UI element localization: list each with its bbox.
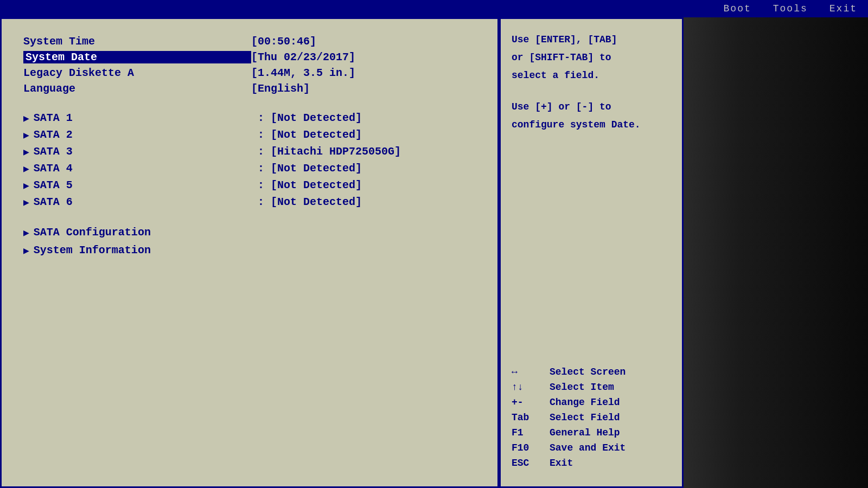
keybind-table: ↔ Select Screen ↑↓ Select Item +- Change… bbox=[512, 367, 671, 473]
key-arrows-ud: ↑↓ bbox=[512, 382, 550, 393]
sata3-arrow: ▶ bbox=[23, 146, 29, 158]
language-row: Language [English] bbox=[23, 82, 476, 95]
sata5-arrow: ▶ bbox=[23, 179, 29, 191]
sata2-label[interactable]: ▶ SATA 2 bbox=[23, 129, 251, 141]
sata-config-item[interactable]: ▶ SATA Configuration bbox=[23, 226, 476, 239]
keybind-general-help: F1 General Help bbox=[512, 427, 671, 438]
system-time-label: System Time bbox=[23, 35, 251, 48]
help-line6: configure system Date. bbox=[512, 118, 671, 132]
keybind-save-exit: F10 Save and Exit bbox=[512, 442, 671, 453]
sata1-value: [Not Detected] bbox=[271, 112, 362, 124]
sata-config-label: SATA Configuration bbox=[34, 226, 151, 239]
keybind-esc: ESC Exit bbox=[512, 458, 671, 468]
sata4-value: [Not Detected] bbox=[271, 162, 362, 175]
system-date-row: System Date [Thu 02/23/2017] bbox=[23, 51, 476, 63]
sata6-value: [Not Detected] bbox=[271, 196, 362, 208]
system-info-item[interactable]: ▶ System Information bbox=[23, 244, 476, 256]
system-date-value[interactable]: [Thu 02/23/2017] bbox=[251, 51, 355, 63]
system-date-label[interactable]: System Date bbox=[23, 51, 251, 63]
sata2-value: [Not Detected] bbox=[271, 129, 362, 141]
system-time-row: System Time [00:50:46] bbox=[23, 35, 476, 48]
help-line5: Use [+] or [-] to bbox=[512, 100, 671, 114]
sata-config-arrow: ▶ bbox=[23, 227, 29, 239]
keybind-change-field: +- Change Field bbox=[512, 397, 671, 408]
key-esc: ESC bbox=[512, 458, 550, 468]
action-select-field: Select Field bbox=[550, 412, 620, 423]
legacy-diskette-row: Legacy Diskette A [1.44M, 3.5 in.] bbox=[23, 67, 476, 79]
bios-area: System Time [00:50:46] System Date [Thu … bbox=[0, 17, 684, 488]
sata3-value: [Hitachi HDP725050G] bbox=[271, 145, 401, 158]
action-select-screen: Select Screen bbox=[550, 367, 626, 377]
keybind-select-field: Tab Select Field bbox=[512, 412, 671, 423]
keybind-select-screen: ↔ Select Screen bbox=[512, 367, 671, 377]
sata6-row: ▶ SATA 6 : [Not Detected] bbox=[23, 196, 476, 208]
sata3-row: ▶ SATA 3 : [Hitachi HDP725050G] bbox=[23, 145, 476, 158]
help-panel: Use [ENTER], [TAB] or [SHIFT-TAB] to sel… bbox=[499, 17, 684, 488]
key-f1: F1 bbox=[512, 427, 550, 438]
sata2-colon: : bbox=[251, 129, 271, 141]
key-f10: F10 bbox=[512, 442, 550, 453]
sata3-colon: : bbox=[251, 145, 271, 158]
sata1-row: ▶ SATA 1 : [Not Detected] bbox=[23, 112, 476, 124]
top-menu-bar: Boot Tools Exit bbox=[0, 0, 868, 17]
sata4-colon: : bbox=[251, 162, 271, 175]
legacy-diskette-value[interactable]: [1.44M, 3.5 in.] bbox=[251, 67, 355, 79]
help-line2: or [SHIFT-TAB] to bbox=[512, 50, 671, 65]
legacy-diskette-label: Legacy Diskette A bbox=[23, 67, 251, 79]
main-panel: System Time [00:50:46] System Date [Thu … bbox=[0, 17, 499, 488]
sata6-arrow: ▶ bbox=[23, 196, 29, 208]
system-time-value[interactable]: [00:50:46] bbox=[251, 35, 316, 48]
language-label: Language bbox=[23, 82, 251, 95]
sata5-colon: : bbox=[251, 179, 271, 191]
sata6-colon: : bbox=[251, 196, 271, 208]
sata4-row: ▶ SATA 4 : [Not Detected] bbox=[23, 162, 476, 175]
menu-exit[interactable]: Exit bbox=[829, 3, 857, 14]
sata1-colon: : bbox=[251, 112, 271, 124]
sata4-label[interactable]: ▶ SATA 4 bbox=[23, 162, 251, 175]
help-line1: Use [ENTER], [TAB] bbox=[512, 33, 671, 47]
sata2-arrow: ▶ bbox=[23, 129, 29, 141]
key-arrows-lr: ↔ bbox=[512, 367, 550, 377]
system-info-label: System Information bbox=[34, 244, 151, 256]
sata3-label[interactable]: ▶ SATA 3 bbox=[23, 145, 251, 158]
sata5-label[interactable]: ▶ SATA 5 bbox=[23, 179, 251, 191]
key-plusminus: +- bbox=[512, 397, 550, 408]
sata5-value: [Not Detected] bbox=[271, 179, 362, 191]
sata1-arrow: ▶ bbox=[23, 112, 29, 124]
action-select-item: Select Item bbox=[550, 382, 614, 393]
menu-tools[interactable]: Tools bbox=[773, 3, 808, 14]
menu-boot[interactable]: Boot bbox=[724, 3, 751, 14]
action-change-field: Change Field bbox=[550, 397, 620, 408]
sata1-label[interactable]: ▶ SATA 1 bbox=[23, 112, 251, 124]
action-save-exit: Save and Exit bbox=[550, 442, 626, 453]
language-value[interactable]: [English] bbox=[251, 82, 310, 95]
keybind-select-item: ↑↓ Select Item bbox=[512, 382, 671, 393]
key-tab: Tab bbox=[512, 412, 550, 423]
right-edge-decoration bbox=[684, 17, 868, 488]
sata2-row: ▶ SATA 2 : [Not Detected] bbox=[23, 129, 476, 141]
action-general-help: General Help bbox=[550, 427, 620, 438]
help-line3: select a field. bbox=[512, 68, 671, 83]
system-info-arrow: ▶ bbox=[23, 245, 29, 256]
sata5-row: ▶ SATA 5 : [Not Detected] bbox=[23, 179, 476, 191]
sata6-label[interactable]: ▶ SATA 6 bbox=[23, 196, 251, 208]
action-exit: Exit bbox=[550, 458, 573, 468]
sata4-arrow: ▶ bbox=[23, 163, 29, 175]
